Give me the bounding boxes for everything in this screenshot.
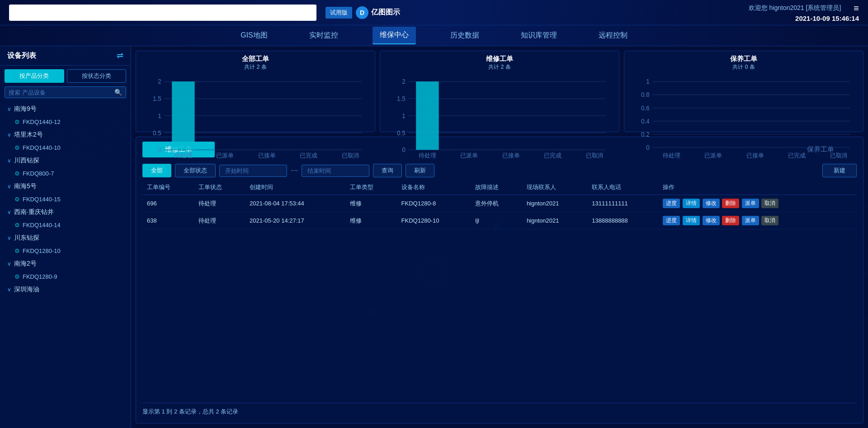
btn-delete-638[interactable]: 删除 <box>722 216 739 225</box>
sidebar-switch-icon[interactable]: ⇌ <box>117 51 123 61</box>
device-group-xinan-header[interactable]: ∨ 西南·重庆钻井 <box>0 205 131 219</box>
chart-all-area: 2 1.5 1 0.5 0 待处理 已派单 已接单 已完成 已取消 <box>142 74 369 159</box>
table-header-row: 工单编号 工单状态 创建时间 工单类型 设备名称 故障描述 现场联系人 联系人电… <box>142 180 857 195</box>
device-group-shenzhen: ∨ 深圳海油 <box>0 282 131 297</box>
filter-status-btn[interactable]: 全部状态 <box>175 164 216 177</box>
svg-text:0.5: 0.5 <box>397 129 406 136</box>
col-contact: 现场联系人 <box>522 180 587 195</box>
nav-remote[interactable]: 远程控制 <box>591 27 635 44</box>
trial-button[interactable]: 试用版 <box>326 7 352 19</box>
device-item-fkdq1280-10[interactable]: ⚙ FKDQ1280-10 <box>0 245 131 257</box>
nav-maintenance[interactable]: 维保中心 <box>373 27 416 44</box>
group-name: 西南·重庆钻井 <box>14 208 54 216</box>
svg-text:待处理: 待处理 <box>663 152 680 159</box>
yitu-name: 亿图图示 <box>371 8 400 17</box>
svg-text:0.4: 0.4 <box>641 118 650 125</box>
header-search-input[interactable] <box>9 5 316 21</box>
col-action: 操作 <box>658 180 857 195</box>
device-item-fkdq1440-14[interactable]: ⚙ FKDQ1440-14 <box>0 219 131 231</box>
device-name: FKDQ1440-12 <box>23 119 61 125</box>
datetime: 2021-10-09 15:46:14 <box>795 14 859 22</box>
filter-separator: ~~ <box>291 167 298 174</box>
device-item-fkdq1440-15[interactable]: ⚙ FKDQ1440-15 <box>0 194 131 205</box>
cell-created: 2021-05-20 14:27:17 <box>245 212 345 229</box>
col-phone: 联系人电话 <box>587 180 658 195</box>
chevron-down-icon: ∨ <box>7 235 11 241</box>
device-group-talim2-header[interactable]: ∨ 塔里木2号 <box>0 128 131 142</box>
svg-text:0.5: 0.5 <box>153 129 161 136</box>
btn-progress-638[interactable]: 进度 <box>663 216 680 225</box>
menu-icon[interactable]: ≡ <box>854 3 859 14</box>
svg-text:已取消: 已取消 <box>830 152 848 159</box>
btn-cancel-696[interactable]: 取消 <box>761 199 778 208</box>
filter-start-input[interactable] <box>219 165 287 177</box>
group-name: 川西钻探 <box>14 157 39 165</box>
main-content: 设备列表 ⇌ 按产品分类 按状态分类 🔍 ∨ 南海9号 ⚙ FKDQ1440-1… <box>0 46 868 428</box>
device-icon: ⚙ <box>14 170 20 177</box>
svg-text:1: 1 <box>158 113 161 119</box>
svg-text:已接单: 已接单 <box>258 152 276 159</box>
svg-text:1.5: 1.5 <box>153 95 161 102</box>
group-name: 南海2号 <box>14 260 37 268</box>
nav-gis[interactable]: GIS地图 <box>233 27 275 44</box>
group-name: 南海9号 <box>14 105 37 113</box>
refresh-button[interactable]: 刷新 <box>406 164 434 177</box>
svg-text:1: 1 <box>402 113 405 119</box>
device-group-shenzhen-header[interactable]: ∨ 深圳海油 <box>0 282 131 297</box>
sidebar-search-input[interactable] <box>9 89 114 96</box>
sidebar-tabs: 按产品分类 按状态分类 <box>0 66 131 86</box>
sidebar-tab-product[interactable]: 按产品分类 <box>5 69 64 83</box>
chart-all-title: 全部工单 <box>142 55 369 63</box>
btn-delete-696[interactable]: 删除 <box>722 199 739 208</box>
btn-detail-638[interactable]: 详情 <box>683 216 700 225</box>
device-group-nanhai9-header[interactable]: ∨ 南海9号 <box>0 102 131 116</box>
filter-all-btn[interactable]: 全部 <box>142 164 171 177</box>
device-group-chuandong-header[interactable]: ∨ 川东钻探 <box>0 231 131 245</box>
group-name: 深圳海油 <box>14 285 39 294</box>
cell-type: 维修 <box>345 212 397 229</box>
device-group-chuanxi-header[interactable]: ∨ 川西钻探 <box>0 153 131 168</box>
table-footer: 显示第 1 到 2 条记录，总共 2 条记录 <box>142 403 857 418</box>
nav-knowledge[interactable]: 知识库管理 <box>514 27 564 44</box>
btn-cancel-638[interactable]: 取消 <box>761 216 778 225</box>
chart-repair-subtitle: 共计 2 条 <box>386 63 613 71</box>
cell-actions: 进度 详情 修改 删除 派单 取消 <box>658 195 857 212</box>
cell-created: 2021-08-04 17:53:44 <box>245 195 345 212</box>
filter-end-input[interactable] <box>302 165 369 177</box>
device-item-fkdq1280-9[interactable]: ⚙ FKDQ1280-9 <box>0 271 131 282</box>
table-container: 工单编号 工单状态 创建时间 工单类型 设备名称 故障描述 现场联系人 联系人电… <box>142 180 857 403</box>
svg-text:待处理: 待处理 <box>175 152 192 159</box>
new-button[interactable]: 新建 <box>822 164 857 177</box>
query-button[interactable]: 查询 <box>373 164 402 177</box>
device-item-fkdq1440-12[interactable]: ⚙ FKDQ1440-12 <box>0 116 131 128</box>
chart-all-orders: 全部工单 共计 2 条 2 1.5 1 0.5 <box>136 51 375 132</box>
chart-repair-area: 2 1.5 1 0.5 0 待处理 已派单 已接单 已完成 已取消 <box>386 74 613 159</box>
right-content: 全部工单 共计 2 条 2 1.5 1 0.5 <box>131 46 868 428</box>
btn-progress-696[interactable]: 进度 <box>663 199 680 208</box>
device-item-fkdq800-7[interactable]: ⚙ FKDQ800-7 <box>0 168 131 179</box>
svg-text:待处理: 待处理 <box>419 152 436 159</box>
device-group-xinan: ∨ 西南·重庆钻井 ⚙ FKDQ1440-14 <box>0 205 131 231</box>
device-item-fkdq1440-10[interactable]: ⚙ FKDQ1440-10 <box>0 142 131 153</box>
btn-assign-638[interactable]: 派单 <box>742 216 759 225</box>
btn-edit-696[interactable]: 修改 <box>703 199 720 208</box>
work-order-section: 维修工单 保养工单 全部 全部状态 ~~ 查询 刷新 新建 工单编号 <box>136 137 863 423</box>
device-name: FKDQ1440-10 <box>23 144 61 151</box>
chevron-down-icon: ∨ <box>7 157 11 164</box>
search-icon[interactable]: 🔍 <box>114 89 122 96</box>
charts-row: 全部工单 共计 2 条 2 1.5 1 0.5 <box>136 51 863 132</box>
svg-text:已派单: 已派单 <box>705 152 722 159</box>
nav-monitor[interactable]: 实时监控 <box>302 27 345 44</box>
svg-text:已接单: 已接单 <box>502 152 520 159</box>
svg-text:已接单: 已接单 <box>746 152 764 159</box>
col-created: 创建时间 <box>245 180 345 195</box>
sidebar-tab-status[interactable]: 按状态分类 <box>67 69 127 83</box>
btn-assign-696[interactable]: 派单 <box>742 199 759 208</box>
btn-detail-696[interactable]: 详情 <box>683 199 700 208</box>
device-group-nanhai2-header[interactable]: ∨ 南海2号 <box>0 257 131 271</box>
device-group-nanhai5-header[interactable]: ∨ 南海5号 <box>0 179 131 194</box>
nav-history[interactable]: 历史数据 <box>443 27 486 44</box>
device-name: FKDQ1280-9 <box>23 273 57 280</box>
btn-edit-638[interactable]: 修改 <box>703 216 720 225</box>
yitu-logo: D 亿图图示 <box>356 6 400 19</box>
